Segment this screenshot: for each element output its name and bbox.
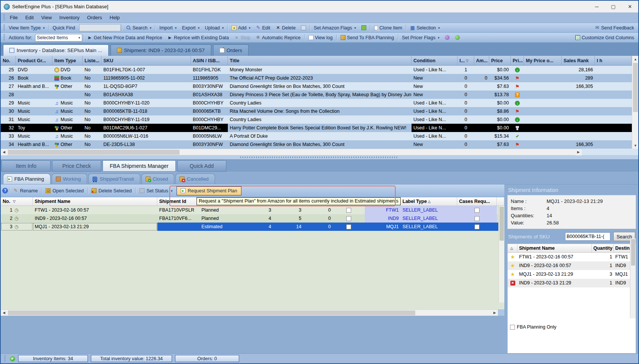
reprice-existing-button[interactable]: ▶Reprice with Existing Data	[165, 34, 232, 41]
splitter-handle[interactable]	[240, 157, 399, 158]
sku-list-vscrollbar[interactable]	[630, 238, 636, 318]
set-status-button[interactable]: Set Status▾	[137, 187, 175, 195]
close-button[interactable]: ✕	[622, 1, 638, 12]
scroll-thumb[interactable]	[631, 239, 635, 266]
inventory-col-header[interactable]: SKU	[101, 56, 191, 65]
horizontal-splitter[interactable]	[1, 155, 638, 160]
delete-button[interactable]: ✕Delete	[273, 25, 298, 31]
fba-planning-only-checkbox[interactable]	[510, 325, 515, 330]
help-icon[interactable]: ?	[2, 188, 8, 194]
set-amazon-flags-button[interactable]: Set Amazon Flags▾	[311, 25, 359, 31]
scroll-right-icon[interactable]: ▶	[575, 149, 582, 155]
list-item[interactable]: ★IND9 - 2023-02-16 00:571IND9	[508, 261, 636, 270]
export-button[interactable]: Export▾	[179, 25, 202, 31]
tab-quick-add[interactable]: Quick Add	[177, 160, 226, 172]
tab-inventory[interactable]: Inventory - DataBase: SEPlus Main ...	[3, 45, 109, 56]
row-checkbox[interactable]	[346, 224, 351, 229]
row-checkbox[interactable]	[346, 216, 351, 221]
table-row[interactable]: 30Music♫ MusicNoB000065KTB-11-018B000065…	[1, 107, 632, 115]
scroll-right-icon[interactable]: ▶	[492, 310, 498, 316]
inventory-col-header[interactable]: My Price o...	[524, 56, 562, 65]
sku-col-quantity[interactable]: Quantity	[592, 244, 614, 252]
row-checkbox[interactable]	[346, 208, 351, 213]
customize-grid-columns-button[interactable]: Customize Grid Columns	[573, 34, 637, 41]
set-pricer-flags-button[interactable]: Set Pricer Flags▾	[399, 34, 442, 41]
selection-button[interactable]: ▦Selection▾	[407, 25, 442, 31]
inventory-col-header[interactable]: Liste...	[83, 56, 101, 65]
table-row[interactable]: 1◷FTW1 - 2023-02-16 00:57FBA1710VPSLRPla…	[1, 206, 504, 214]
table-row[interactable]: 28NoB01ASHXA38B01ASHXA38Disney Princess …	[1, 91, 632, 99]
clone-item-button[interactable]: Clone Item	[372, 25, 405, 31]
inventory-col-header[interactable]: Product Gr...	[16, 56, 52, 65]
scroll-left-icon[interactable]: ◀	[1, 149, 7, 155]
menu-file[interactable]: File	[6, 13, 22, 22]
view-log-button[interactable]: View log	[306, 34, 335, 41]
pacman-tool-button[interactable]	[442, 34, 452, 41]
send-feedback-button[interactable]: ✉Send Feedback	[592, 25, 637, 31]
destination-link[interactable]: IND9	[388, 216, 399, 221]
actions-for-select[interactable]: Selected Items▾	[35, 34, 82, 41]
delete-selected-button[interactable]: Delete Selected	[89, 187, 134, 195]
menu-inventory[interactable]: Inventory	[55, 13, 83, 22]
scroll-thumb[interactable]	[8, 150, 180, 155]
scroll-thumb[interactable]	[8, 310, 415, 315]
subtab-closed[interactable]: Closed	[141, 174, 174, 184]
list-item[interactable]: ✕IND9 - 2023-02-13 21:291IND9	[508, 279, 636, 287]
destination-link[interactable]: MQJ1	[386, 224, 399, 229]
inventory-col-header[interactable]: Item Type	[52, 56, 83, 65]
green-tool-button[interactable]	[452, 34, 462, 41]
request-shipment-plan-button[interactable]: Request Shipment Plan	[177, 186, 241, 195]
shipments-vscrollbar[interactable]	[498, 206, 504, 303]
ship-col-name[interactable]: Shipment Name	[33, 197, 157, 206]
maximize-button[interactable]: ▢	[605, 1, 622, 12]
table-row[interactable]: 29Music♫ MusicNoB000CHYHBY-11-020B000CHY…	[1, 99, 632, 107]
subtab-shipped-transit[interactable]: Shipped/Transit	[88, 174, 140, 184]
menu-help[interactable]: Help	[106, 13, 124, 22]
scroll-down-icon[interactable]: ▼	[632, 142, 639, 149]
tab-fba-shipments-manager[interactable]: FBA Shipments Manager	[103, 160, 176, 172]
cases-checkbox[interactable]	[475, 216, 479, 221]
view-item-type-button[interactable]: View Item Type▾	[6, 25, 48, 31]
cases-checkbox[interactable]	[475, 224, 479, 229]
table-row[interactable]: 32Toy OtherNoB01DMC29U6-1-027B01DMC29...…	[1, 124, 632, 132]
sku-col-shipment-name[interactable]: Shipment Name	[518, 244, 592, 252]
table-row[interactable]: 34Health and B... OtherNoDE-23D5-LL38B00…	[1, 140, 632, 149]
inventory-col-header[interactable]: Sales Rank	[562, 56, 595, 65]
destination-link[interactable]: FTW1	[386, 207, 399, 213]
automatic-reprice-button[interactable]: ✱Automatic Reprice	[253, 34, 303, 41]
scroll-left-icon[interactable]: ◀	[1, 310, 7, 316]
inventory-col-header[interactable]: I h	[595, 56, 632, 65]
scroll-up-icon[interactable]: ▲	[632, 56, 639, 62]
menu-view[interactable]: View	[37, 13, 55, 22]
send-to-fba-planning-button[interactable]: Send To FBA Planning	[338, 34, 397, 41]
rename-button[interactable]: ✎Rename	[11, 187, 40, 195]
ship-col-label-type[interactable]: Label Type△	[401, 197, 457, 206]
quick-find-input[interactable]	[79, 24, 121, 31]
table-row[interactable]: 31Music♫ MusicNoB000CHYHBY-11-019B000CHY…	[1, 115, 632, 124]
scroll-thumb[interactable]	[633, 63, 638, 112]
flag-tool-button[interactable]	[359, 25, 369, 31]
subtab-working[interactable]: Working	[52, 174, 87, 184]
open-selected-button[interactable]: Open Selected	[43, 187, 86, 195]
ship-col-cases[interactable]: Cases Requ...	[457, 197, 497, 206]
upload-button[interactable]: Upload▾	[202, 25, 226, 31]
inventory-vscrollbar[interactable]: ▲ ▼	[632, 56, 638, 149]
cases-checkbox[interactable]	[475, 208, 479, 213]
inventory-col-header[interactable]: ASIN / ISB...	[191, 56, 228, 65]
label-type-link[interactable]: SELLER_LABEL	[402, 207, 438, 213]
get-new-price-button[interactable]: ▶Get New Price Data and Reprice	[85, 34, 165, 41]
menu-orders[interactable]: Orders	[83, 13, 106, 22]
tab-item-info[interactable]: Item Info	[2, 160, 51, 172]
import-button[interactable]: Import▾	[157, 25, 179, 31]
inventory-col-header[interactable]: Condition	[412, 56, 458, 65]
search-button[interactable]: Search▾	[123, 25, 154, 31]
inventory-hscrollbar[interactable]: ◀ ▶	[1, 149, 582, 155]
table-row[interactable]: 2◷IND9 - 2023-02-16 00:57FBA1710VF6...Pl…	[1, 214, 504, 223]
tab-price-check[interactable]: Price Check	[52, 160, 101, 172]
minimize-button[interactable]: ─	[588, 1, 605, 12]
scroll-thumb[interactable]	[499, 207, 504, 241]
sku-search-input[interactable]	[565, 232, 610, 241]
inventory-col-header[interactable]: Pri...	[511, 56, 524, 65]
list-item[interactable]: ★MQJ1 - 2023-02-13 21:293MQJ1	[508, 270, 636, 279]
table-row[interactable]: 3◷MQJ1 - 2023-02-13 21:29Estimated4140MQ…	[1, 223, 504, 231]
